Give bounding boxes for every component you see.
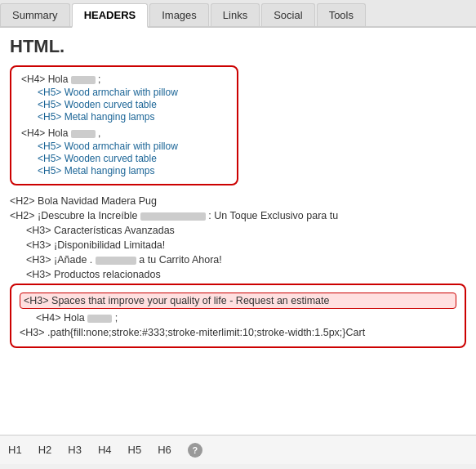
tab-links[interactable]: Links (211, 3, 260, 26)
red-h3-path: <H3> .path{fill:none;stroke:#333;stroke-… (20, 327, 456, 338)
tab-images[interactable]: Images (149, 3, 209, 26)
main-content: HTML. <H4> Hola ; <H5> Wood armchair wit… (0, 28, 476, 435)
heading-h3-1: <H3> Características Avanzadas (26, 225, 466, 236)
footer-h3[interactable]: H3 (68, 444, 82, 456)
red-h3-line: <H3> Spaces that improve your quality of… (20, 293, 456, 309)
gray-block-h2 (140, 212, 206, 221)
red-box-2: <H3> Spaces that improve your quality of… (10, 284, 466, 348)
gray-block-1 (71, 76, 96, 84)
h5-item-1-2: <H5> Wooden curved table (38, 99, 227, 110)
footer-bar: H1 H2 H3 H4 H5 H6 ? (0, 435, 476, 464)
h5-item-2-1: <H5> Wood armchair with pillow (38, 141, 227, 152)
footer-h2[interactable]: H2 (38, 444, 52, 456)
heading-h3-4: <H3> Productos relacionados (26, 269, 466, 280)
red-box-1: <H4> Hola ; <H5> Wood armchair with pill… (10, 65, 238, 185)
h5-item-1-3: <H5> Metal hanging lamps (38, 111, 227, 123)
tab-summary[interactable]: Summary (0, 3, 70, 26)
footer-h4[interactable]: H4 (98, 444, 112, 456)
heading-h2-1: <H2> Bola Navidad Madera Pug (10, 195, 466, 207)
footer-h6[interactable]: H6 (158, 444, 171, 456)
h4-item-2: <H4> Hola , (21, 127, 227, 139)
tab-tools[interactable]: Tools (317, 3, 366, 26)
heading-h3-3: <H3> ¡Añade . a tu Carrito Ahora! (26, 254, 466, 266)
footer-h1[interactable]: H1 (8, 444, 22, 456)
h5-item-2-3: <H5> Metal hanging lamps (38, 165, 227, 176)
page-title: HTML. (10, 36, 466, 57)
heading-h2-2: <H2> ¡Descubre la Increíble : Un Toque E… (10, 210, 466, 221)
gray-block-h3 (96, 257, 136, 265)
footer-h5[interactable]: H5 (128, 444, 142, 456)
h5-item-1-1: <H5> Wood armchair with pillow (38, 87, 227, 98)
tab-headers[interactable]: HEADERS (72, 3, 149, 28)
red-h4-line: <H4> Hola ; (36, 312, 456, 324)
heading-h3-2: <H3> ¡Disponibilidad Limitada! (26, 239, 466, 251)
gray-block-3 (87, 315, 112, 323)
h5-item-2-2: <H5> Wooden curved table (38, 153, 227, 164)
tab-social[interactable]: Social (261, 3, 314, 26)
h4-item-1: <H4> Hola ; (21, 74, 227, 85)
tab-bar: Summary HEADERS Images Links Social Tool… (0, 0, 476, 28)
help-icon[interactable]: ? (188, 443, 202, 458)
gray-block-2 (71, 130, 96, 138)
